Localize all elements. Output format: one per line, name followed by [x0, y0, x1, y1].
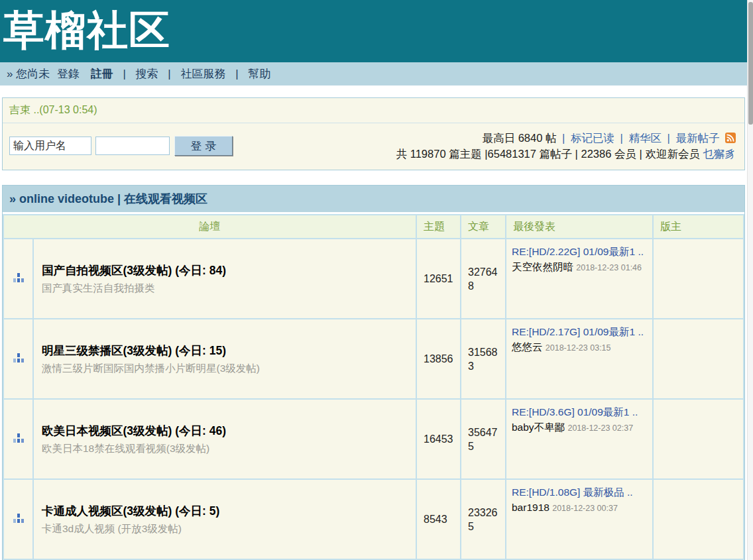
lastpost-cell: RE:[HD/1.08G] 最新极品 .. bar1918 2018-12-23… — [506, 479, 653, 559]
board-stats: 最高日 6840 帖 | 标记已读 | 精华区 | 最新帖子 共 119870 … — [396, 130, 738, 162]
forum-title-link[interactable]: 明星三级禁播区(3级发帖) (今日: 15) — [42, 343, 408, 359]
newest-posts-link[interactable]: 最新帖子 — [675, 132, 719, 144]
forum-table-header-row: 論壇 主題 文章 最後發表 版主 — [3, 215, 744, 239]
masthead: 草榴社区 — [0, 0, 747, 62]
forum-row: 明星三级禁播区(3级发帖) (今日: 15) 激情三级片断国际国内禁播小片断明星… — [3, 319, 744, 399]
forum-cell: 明星三级禁播区(3级发帖) (今日: 15) 激情三级片断国际国内禁播小片断明星… — [33, 319, 416, 399]
stats-line-1: 最高日 6840 帖 | 标记已读 | 精华区 | 最新帖子 — [396, 130, 736, 146]
rss-icon[interactable] — [725, 131, 736, 142]
page: 草榴社区 » 您尚未 登錄 註冊 | 搜索 | 社區服務 | 幫助 吉束 ..(… — [0, 0, 747, 560]
quick-login-form: 登 录 — [9, 136, 233, 156]
password-input[interactable] — [95, 137, 170, 155]
top-navbar: » 您尚未 登錄 註冊 | 搜索 | 社區服務 | 幫助 — [0, 62, 747, 85]
forum-status-icon — [3, 239, 33, 319]
column-header-lastpost: 最後發表 — [506, 215, 653, 239]
nav-register-link[interactable]: 註冊 — [91, 68, 113, 80]
forum-title-link[interactable]: 国产自拍视频区(3级发帖) (今日: 84) — [42, 262, 408, 278]
forum-status-icon — [3, 399, 33, 479]
newest-member-link[interactable]: 乜獬豸 — [703, 148, 736, 160]
topics-count: 12651 — [416, 239, 461, 319]
moderator-cell — [653, 319, 744, 399]
moderator-cell — [653, 399, 744, 479]
posts-count: 315683 — [461, 319, 506, 399]
forum-row: 国产自拍视频区(3级发帖) (今日: 84) 国产真实生活自我拍摄类 12651… — [3, 239, 744, 319]
login-status-text: » 您尚未 — [7, 68, 50, 80]
stats-line-2: 共 119870 篇主题 |65481317 篇帖子 | 22386 会员 | … — [396, 146, 736, 162]
username-input[interactable] — [9, 137, 91, 155]
forum-row: 欧美日本视频区(3级发帖) (今日: 46) 欧美日本18禁在线观看视频(3级发… — [3, 399, 744, 479]
topics-count: 8543 — [416, 479, 461, 559]
posts-count: 356475 — [461, 399, 506, 479]
stats-separator: | — [620, 132, 623, 144]
forum-description: 激情三级片断国际国内禁播小片断明星(3级发帖) — [42, 362, 408, 376]
lastpost-author[interactable]: 悠悠云 — [512, 341, 543, 353]
topics-count: 13856 — [416, 319, 461, 399]
lastpost-cell: RE:[HD/2.22G] 01/09最新1 .. 天空依然阴暗 2018-12… — [506, 239, 653, 319]
forum-category-box: » online videotube | 在线观看视频区 論壇 主題 文章 最後… — [2, 185, 745, 560]
nav-login-link[interactable]: 登錄 — [57, 68, 80, 80]
nav-separator: | — [168, 68, 170, 80]
topics-count: 16453 — [416, 399, 461, 479]
scrollbar-thumb[interactable] — [748, 2, 753, 125]
forum-status-icon — [3, 479, 33, 559]
lastpost-time: 2018-12-23 01:46 — [576, 263, 642, 272]
announcement-box: 吉束 ..(07-13 0:54) 登 录 最高日 6840 帖 | 标记已读 … — [2, 97, 745, 170]
forum-cell: 卡通成人视频区(3级发帖) (今日: 5) 卡通3d成人视频 (开放3级发帖) — [33, 479, 416, 559]
lastpost-title-link[interactable]: RE:[HD/3.6G] 01/09最新1 .. — [512, 406, 638, 418]
lastpost-author[interactable]: baby不卑鄙 — [512, 421, 565, 433]
forum-cell: 国产自拍视频区(3级发帖) (今日: 84) 国产真实生活自我拍摄类 — [33, 239, 416, 319]
posts-count: 233265 — [461, 479, 506, 559]
lastpost-author[interactable]: bar1918 — [512, 502, 550, 513]
lastpost-cell: RE:[HD/3.6G] 01/09最新1 .. baby不卑鄙 2018-12… — [506, 399, 653, 479]
lastpost-title-link[interactable]: RE:[HD/2.17G] 01/09最新1 .. — [512, 326, 644, 337]
mark-read-link[interactable]: 标记已读 — [571, 132, 614, 144]
column-header-posts: 文章 — [461, 215, 506, 239]
column-header-moderator: 版主 — [653, 215, 744, 239]
lastpost-time: 2018-12-23 03:15 — [546, 343, 611, 353]
forum-description: 欧美日本18禁在线观看视频(3级发帖) — [42, 442, 408, 456]
nav-separator: | — [235, 68, 238, 80]
moderator-cell — [653, 479, 744, 559]
stats-separator: | — [562, 132, 565, 144]
nav-separator: | — [123, 68, 125, 80]
posts-count: 327648 — [461, 239, 506, 319]
forum-cell: 欧美日本视频区(3级发帖) (今日: 46) 欧美日本18禁在线观看视频(3级发… — [33, 399, 416, 479]
lastpost-title-link[interactable]: RE:[HD/1.08G] 最新极品 .. — [512, 486, 633, 498]
forum-title-link[interactable]: 卡通成人视频区(3级发帖) (今日: 5) — [42, 503, 408, 519]
forum-title-link[interactable]: 欧美日本视频区(3级发帖) (今日: 46) — [42, 423, 408, 439]
announcement-body: 登 录 最高日 6840 帖 | 标记已读 | 精华区 | 最新帖子 共 119… — [3, 123, 744, 170]
digest-area-link[interactable]: 精华区 — [628, 132, 662, 144]
moderator-cell — [653, 239, 744, 319]
lastpost-time: 2018-12-23 02:37 — [567, 423, 633, 433]
forum-description: 国产真实生活自我拍摄类 — [42, 282, 408, 296]
column-header-forum: 論壇 — [3, 215, 416, 239]
lastpost-author[interactable]: 天空依然阴暗 — [512, 261, 573, 272]
max-posts-per-day: 最高日 6840 帖 — [483, 132, 557, 144]
announcement-text[interactable]: 吉束 ..(07-13 0:54) — [3, 98, 744, 123]
nav-service-link[interactable]: 社區服務 — [180, 68, 225, 80]
forum-row: 卡通成人视频区(3级发帖) (今日: 5) 卡通3d成人视频 (开放3级发帖) … — [3, 479, 744, 559]
forum-status-icon — [3, 319, 33, 399]
vertical-scrollbar[interactable] — [747, 0, 753, 560]
site-logo-title: 草榴社区 — [0, 0, 747, 61]
forum-description: 卡通3d成人视频 (开放3级发帖) — [42, 522, 408, 536]
lastpost-cell: RE:[HD/2.17G] 01/09最新1 .. 悠悠云 2018-12-23… — [506, 319, 653, 399]
stats-separator: | — [667, 132, 670, 144]
totals-text: 共 119870 篇主题 |65481317 篇帖子 | 22386 会员 | … — [396, 148, 700, 160]
lastpost-time: 2018-12-23 00:37 — [552, 504, 618, 513]
column-header-topics: 主題 — [416, 215, 461, 239]
lastpost-title-link[interactable]: RE:[HD/2.22G] 01/09最新1 .. — [512, 246, 644, 257]
login-button[interactable]: 登 录 — [174, 136, 233, 156]
forum-table: 論壇 主題 文章 最後發表 版主 国产自拍视频区(3级发帖) (今日: 84) … — [3, 214, 744, 560]
nav-help-link[interactable]: 幫助 — [248, 68, 270, 80]
nav-search-link[interactable]: 搜索 — [136, 68, 158, 80]
category-header[interactable]: » online videotube | 在线观看视频区 — [3, 186, 744, 214]
